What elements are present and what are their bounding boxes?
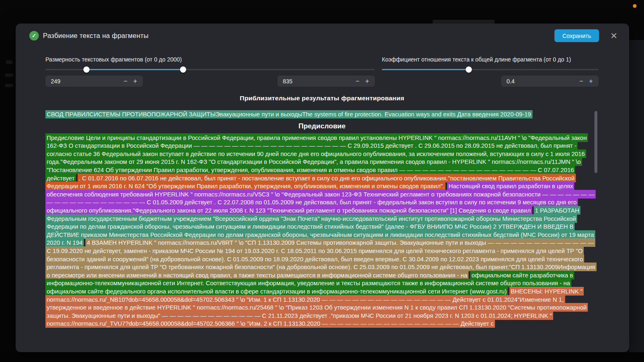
size-max-decrement-button[interactable]: − — [355, 76, 359, 87]
fragments-preview[interactable]: СВОД ПРАВИЛСИСТЕМЫ ПРОТИВОПОЖАРНОЙ ЗАЩИТ… — [45, 110, 599, 336]
ratio-slider[interactable] — [382, 69, 599, 70]
success-check-icon: ✓ — [29, 31, 39, 40]
size-min-increment-button[interactable]: + — [133, 76, 137, 87]
size-max-value: 835 — [277, 78, 355, 85]
ratio-slider-thumb[interactable] — [466, 66, 472, 73]
ratio-value: 0.4 — [501, 78, 579, 85]
size-min-decrement-button[interactable]: − — [123, 76, 127, 87]
dialog-title: Разбиение текста на фрагменты — [43, 32, 149, 40]
size-min-value: 249 — [45, 78, 123, 85]
ratio-increment-button[interactable]: + — [589, 76, 593, 87]
size-slider-thumb-high[interactable] — [180, 66, 186, 73]
save-button[interactable]: Сохранить — [554, 29, 599, 42]
screen: ✓ Разбиение текста на фрагменты Сохранит… — [0, 0, 644, 362]
title-fragment-line: СВОД ПРАВИЛСИСТЕМЫ ПРОТИВОПОЖАРНОЙ ЗАЩИТ… — [45, 110, 599, 118]
ratio-slider-label: Коэффициент отношения текста к общей дли… — [382, 56, 571, 63]
background-app-icon — [5, 84, 13, 87]
size-slider-fill — [86, 69, 183, 70]
size-max-input[interactable]: 835 − + — [277, 76, 375, 87]
ratio-input[interactable]: 0.4 − + — [501, 76, 599, 87]
close-icon[interactable]: ✕ — [608, 31, 619, 41]
size-slider-thumb-low[interactable] — [83, 66, 90, 73]
ratio-slider-fill — [382, 69, 469, 70]
results-heading: Приблизительные результаты фрагментирова… — [45, 95, 599, 102]
size-max-increment-button[interactable]: + — [365, 76, 369, 87]
ratio-decrement-button[interactable]: − — [579, 76, 583, 87]
fragments-paragraph: Предисловие Цели и принципы стандартизац… — [45, 134, 599, 328]
notification-dot-icon — [633, 4, 637, 8]
size-slider[interactable] — [45, 69, 375, 70]
fragmentation-dialog: ✓ Разбиение текста на фрагменты Сохранит… — [16, 24, 629, 352]
document-heading: Предисловие — [45, 122, 599, 130]
size-slider-label: Размерность текстовых фрагментов (от 0 д… — [45, 56, 182, 63]
text-fragment: СВОД ПРАВИЛСИСТЕМЫ ПРОТИВОПОЖАРНОЙ ЗАЩИТ… — [45, 110, 533, 118]
scrollbar-thumb[interactable] — [594, 111, 597, 173]
size-min-input[interactable]: 249 − + — [45, 76, 143, 87]
background-bottom-band — [0, 352, 644, 362]
background-app-icon — [6, 60, 12, 64]
background-app-icon — [5, 73, 13, 77]
background-window — [629, 40, 644, 352]
